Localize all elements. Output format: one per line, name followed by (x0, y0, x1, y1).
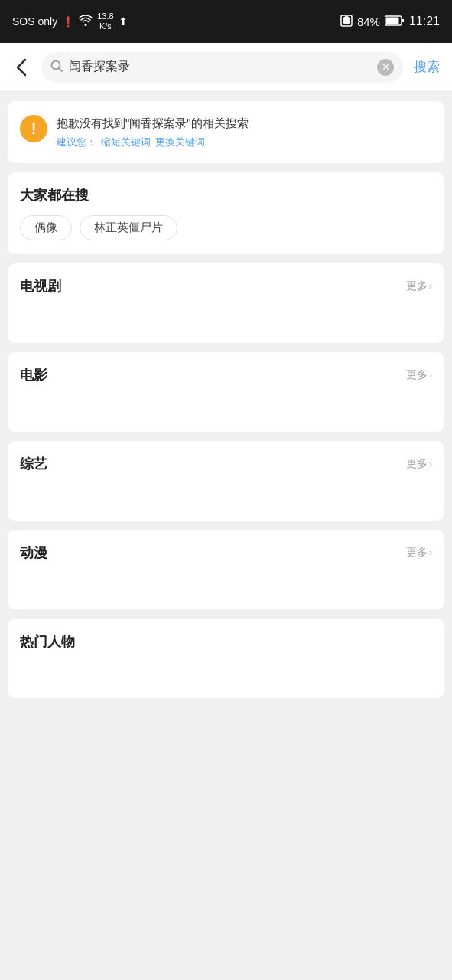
variety-section-body (20, 484, 432, 507)
trending-header: 大家都在搜 (20, 186, 432, 204)
anime-section-header: 动漫 更多 › (20, 544, 432, 562)
sos-label: SOS only (12, 15, 57, 28)
battery-icon (385, 15, 405, 28)
tv-section-body (20, 306, 432, 329)
trending-title: 大家都在搜 (20, 186, 89, 204)
variety-more-button[interactable]: 更多 › (406, 457, 432, 471)
variety-chevron-icon: › (429, 458, 432, 469)
anime-section: 动漫 更多 › (8, 530, 444, 609)
sim-icon (340, 15, 353, 29)
svg-rect-1 (343, 20, 350, 24)
search-button[interactable]: 搜索 (411, 58, 443, 76)
tag-idol[interactable]: 偶像 (20, 215, 72, 240)
hot-people-body (20, 662, 432, 684)
suggestion1-link[interactable]: 缩短关键词 (101, 136, 151, 148)
tag-zombie[interactable]: 林正英僵尸片 (80, 215, 177, 240)
error-sub-label: 建议您： (57, 136, 96, 148)
status-right: 84% 11:21 (340, 15, 440, 29)
back-button[interactable] (9, 55, 34, 80)
movie-section-title: 电影 (20, 366, 47, 384)
movie-more-button[interactable]: 更多 › (406, 368, 432, 382)
tv-chevron-icon: › (429, 280, 432, 292)
clear-button[interactable]: ✕ (377, 59, 394, 76)
tv-section: 电视剧 更多 › (8, 263, 444, 343)
tv-section-header: 电视剧 更多 › (20, 277, 432, 296)
suggestion2-link[interactable]: 更换关键词 (155, 136, 205, 148)
movie-chevron-icon: › (429, 369, 432, 381)
anime-more-button[interactable]: 更多 › (406, 546, 432, 560)
error-notice: ! 抱歉没有找到"闻香探案录"的相关搜索 建议您：缩短关键词更换关键词 (8, 101, 444, 163)
variety-section-header: 综艺 更多 › (20, 455, 432, 473)
anime-section-body (20, 573, 432, 596)
tv-more-button[interactable]: 更多 › (406, 279, 432, 293)
svg-rect-3 (385, 17, 398, 24)
bottom-area (0, 707, 452, 891)
movie-section: 电影 更多 › (8, 352, 444, 432)
hot-people-title: 热门人物 (20, 632, 75, 651)
search-icon (50, 60, 63, 75)
movie-section-body (20, 395, 432, 418)
status-bar: SOS only ❗ 13.8K/s ⬆ 84% (0, 0, 452, 43)
clear-icon: ✕ (382, 62, 390, 72)
variety-section: 综艺 更多 › (8, 441, 444, 521)
tags-row: 偶像 林正英僵尸片 (20, 215, 432, 240)
search-bar: ✕ 搜索 (0, 43, 452, 92)
wifi-icon (79, 15, 93, 28)
error-text-block: 抱歉没有找到"闻香探案录"的相关搜索 建议您：缩短关键词更换关键词 (57, 115, 249, 149)
hot-people-section: 热门人物 (8, 619, 444, 698)
battery-label: 84% (357, 15, 380, 28)
exclamation-icon: ❗ (62, 16, 74, 28)
tv-section-title: 电视剧 (20, 277, 61, 296)
upload-icon: ⬆ (119, 15, 128, 28)
error-sub: 建议您：缩短关键词更换关键词 (57, 136, 249, 149)
variety-section-title: 综艺 (20, 455, 47, 473)
anime-chevron-icon: › (429, 547, 432, 558)
time-label: 11:21 (409, 15, 440, 28)
anime-section-title: 动漫 (20, 544, 47, 562)
search-input[interactable] (69, 60, 371, 74)
warning-icon: ! (20, 115, 47, 142)
status-left: SOS only ❗ 13.8K/s ⬆ (12, 11, 128, 31)
speed-label: 13.8K/s (97, 11, 113, 31)
trending-section: 大家都在搜 偶像 林正英僵尸片 (8, 172, 444, 254)
search-input-wrapper: ✕ (41, 52, 403, 83)
error-title: 抱歉没有找到"闻香探案录"的相关搜索 (57, 115, 249, 132)
hot-people-header: 热门人物 (20, 632, 432, 651)
movie-section-header: 电影 更多 › (20, 366, 432, 384)
